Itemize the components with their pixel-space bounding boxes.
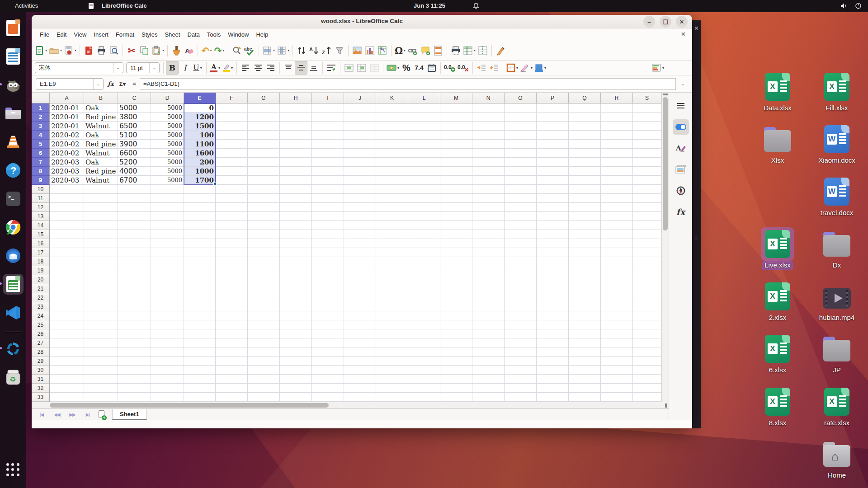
cell-S28[interactable] (633, 347, 661, 357)
cell-B16[interactable] (84, 239, 118, 248)
cell-D2[interactable]: 5000 (151, 113, 184, 122)
cell-D27[interactable] (151, 338, 184, 347)
row-header-22[interactable]: 22 (32, 293, 50, 302)
cell-K18[interactable] (376, 257, 408, 266)
home-file-icon[interactable]: ⌂ (822, 440, 851, 469)
spelling-icon[interactable]: abc (243, 44, 256, 57)
cell-E4[interactable]: 100 (184, 131, 216, 140)
row-header-19[interactable]: 19 (32, 266, 50, 275)
cell-D6[interactable]: 5000 (151, 149, 184, 158)
cell-S1[interactable] (633, 103, 661, 113)
cell-A17[interactable] (50, 248, 84, 257)
cell-B29[interactable] (84, 357, 118, 366)
cell-G4[interactable] (248, 131, 280, 140)
cell-P9[interactable] (537, 176, 569, 185)
cell-H19[interactable] (280, 266, 312, 275)
cell-R9[interactable] (601, 176, 633, 185)
cell-L8[interactable] (408, 167, 440, 176)
cell-A21[interactable] (50, 284, 84, 293)
cell-I31[interactable] (312, 375, 344, 384)
cell-E19[interactable] (184, 266, 216, 275)
cell-S25[interactable] (633, 320, 661, 329)
cell-J4[interactable] (344, 131, 376, 140)
cell-R28[interactable] (601, 347, 633, 357)
cell-N28[interactable] (472, 347, 505, 357)
cell-O20[interactable] (505, 275, 537, 284)
cell-L7[interactable] (408, 158, 440, 167)
cell-F1[interactable] (216, 103, 248, 113)
center-vertically-icon[interactable] (295, 61, 307, 75)
cell-L31[interactable] (408, 375, 440, 384)
cell-R20[interactable] (601, 275, 633, 284)
cell-F31[interactable] (216, 375, 248, 384)
cell-C23[interactable] (118, 302, 151, 311)
cell-A9[interactable]: 2020-03 (50, 176, 84, 185)
cell-M17[interactable] (440, 248, 472, 257)
row-header-27[interactable]: 27 (32, 338, 50, 347)
font-size-combobox[interactable]: 11 pt⌄ (126, 62, 160, 73)
cell-C28[interactable] (118, 347, 151, 357)
cell-P6[interactable] (537, 149, 569, 158)
cell-J8[interactable] (344, 167, 376, 176)
cell-S29[interactable] (633, 357, 661, 366)
cell-A8[interactable]: 2020-03 (50, 167, 84, 176)
cell-O22[interactable] (505, 293, 537, 302)
cell-E5[interactable]: 1100 (184, 140, 216, 149)
cell-I12[interactable] (312, 203, 344, 212)
cell-D29[interactable] (151, 357, 184, 366)
cell-Q13[interactable] (569, 212, 601, 221)
cell-M9[interactable] (440, 176, 472, 185)
cell-I28[interactable] (312, 347, 344, 357)
column-header-p[interactable]: P (537, 93, 569, 103)
row-header-10[interactable]: 10 (32, 185, 50, 194)
cell-S2[interactable] (633, 113, 661, 122)
cell-M26[interactable] (440, 329, 472, 338)
cell-E13[interactable] (184, 212, 216, 221)
cell-P18[interactable] (537, 257, 569, 266)
cell-K27[interactable] (376, 338, 408, 347)
cell-C21[interactable] (118, 284, 151, 293)
cell-A28[interactable] (50, 347, 84, 357)
cell-B20[interactable] (84, 275, 118, 284)
desktop-icon-fill-xlsx[interactable]: XFill.xlsx (812, 72, 862, 113)
cell-F30[interactable] (216, 366, 248, 375)
cell-F22[interactable] (216, 293, 248, 302)
cell-D33[interactable] (151, 393, 184, 402)
cell-R17[interactable] (601, 248, 633, 257)
cell-F13[interactable] (216, 212, 248, 221)
cell-B6[interactable]: Walnut (84, 149, 118, 158)
cell-E23[interactable] (184, 302, 216, 311)
cell-J24[interactable] (344, 311, 376, 320)
special-character-icon[interactable]: Ω▾ (394, 44, 406, 57)
cell-C9[interactable]: 6700 (118, 176, 151, 185)
cell-K26[interactable] (376, 329, 408, 338)
merge-cells-icon[interactable] (355, 61, 368, 75)
row-header-9[interactable]: 9 (32, 176, 50, 185)
undo-icon[interactable]: ↶▾ (200, 44, 213, 57)
cell-E26[interactable] (184, 329, 216, 338)
cell-H5[interactable] (280, 140, 312, 149)
cell-O1[interactable] (505, 103, 537, 113)
cell-S21[interactable] (633, 284, 661, 293)
cell-E8[interactable]: 1000 (184, 167, 216, 176)
cell-Q21[interactable] (569, 284, 601, 293)
cell-H25[interactable] (280, 320, 312, 329)
cell-A3[interactable]: 2020-01 (50, 122, 84, 131)
cell-N26[interactable] (472, 329, 505, 338)
cell-L18[interactable] (408, 257, 440, 266)
align-right-icon[interactable] (264, 61, 277, 75)
cell-H15[interactable] (280, 230, 312, 239)
cell-P31[interactable] (537, 375, 569, 384)
cell-I33[interactable] (312, 393, 344, 402)
cell-N25[interactable] (472, 320, 505, 329)
cell-G25[interactable] (248, 320, 280, 329)
cell-K12[interactable] (376, 203, 408, 212)
cell-G22[interactable] (248, 293, 280, 302)
print-area-icon[interactable] (449, 44, 462, 57)
cell-K21[interactable] (376, 284, 408, 293)
dock-gimp-icon[interactable] (3, 75, 24, 95)
cell-K14[interactable] (376, 221, 408, 230)
folder-file-icon[interactable] (822, 334, 851, 363)
clone-formatting-icon[interactable] (170, 44, 183, 57)
cell-H30[interactable] (280, 366, 312, 375)
